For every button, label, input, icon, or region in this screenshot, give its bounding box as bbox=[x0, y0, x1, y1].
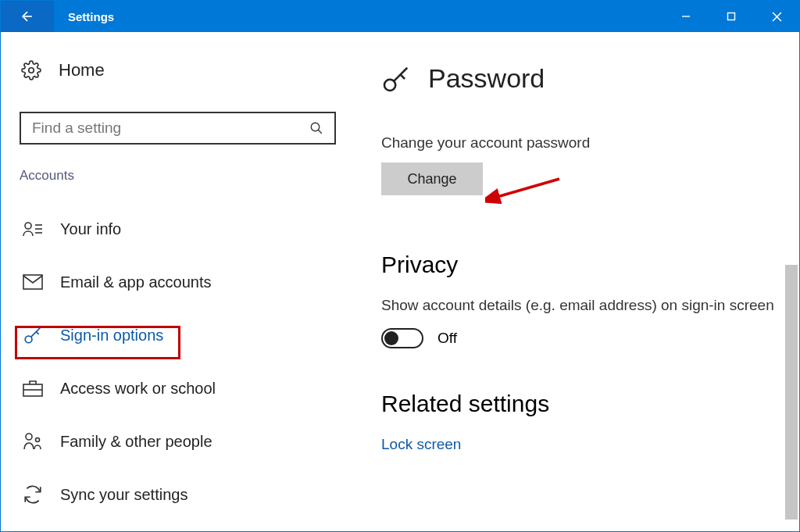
close-icon bbox=[772, 12, 782, 22]
maximize-icon bbox=[727, 12, 736, 21]
privacy-toggle-row: Off bbox=[381, 328, 776, 348]
window-title: Settings bbox=[68, 10, 114, 23]
privacy-toggle-label: Off bbox=[438, 330, 457, 347]
arrow-left-icon bbox=[20, 9, 35, 24]
search-icon bbox=[309, 121, 323, 135]
annotation-arrow bbox=[485, 173, 563, 204]
window-body: Home Accounts Your info Email & app acco… bbox=[1, 32, 799, 531]
mail-icon bbox=[23, 274, 43, 290]
lock-screen-link[interactable]: Lock screen bbox=[381, 436, 776, 453]
content-pane: Password Change your account password Ch… bbox=[355, 32, 799, 531]
privacy-section: Privacy Show account details (e.g. email… bbox=[381, 252, 776, 348]
svg-point-16 bbox=[36, 438, 40, 442]
related-section: Related settings Lock screen bbox=[381, 391, 776, 453]
your-info-label: Your info bbox=[60, 220, 121, 238]
privacy-title: Privacy bbox=[381, 252, 776, 278]
work-label: Access work or school bbox=[60, 380, 216, 398]
sidebar-item-your-info[interactable]: Your info bbox=[20, 210, 336, 248]
people-icon bbox=[23, 432, 43, 451]
password-title: Password bbox=[428, 63, 545, 94]
sidebar-item-family[interactable]: Family & other people bbox=[20, 423, 336, 460]
maximize-button[interactable] bbox=[709, 1, 754, 32]
key-icon bbox=[381, 64, 411, 94]
gear-icon bbox=[21, 60, 41, 80]
sidebar-item-sync[interactable]: Sync your settings bbox=[20, 476, 336, 513]
sync-label: Sync your settings bbox=[60, 486, 188, 504]
title-bar: Settings bbox=[1, 1, 799, 32]
related-title: Related settings bbox=[381, 391, 776, 417]
home-label: Home bbox=[59, 60, 105, 80]
back-button[interactable] bbox=[1, 1, 54, 32]
change-button[interactable]: Change bbox=[381, 162, 483, 195]
close-button[interactable] bbox=[754, 1, 799, 32]
toggle-knob bbox=[384, 331, 398, 345]
privacy-description: Show account details (e.g. email address… bbox=[381, 297, 776, 314]
minimize-button[interactable] bbox=[663, 1, 709, 32]
sidebar-home[interactable]: Home bbox=[20, 60, 336, 80]
email-label: Email & app accounts bbox=[60, 273, 211, 291]
sidebar-item-email[interactable]: Email & app accounts bbox=[20, 263, 336, 301]
window-controls bbox=[663, 1, 799, 32]
sidebar: Home Accounts Your info Email & app acco… bbox=[1, 32, 355, 531]
search-box[interactable] bbox=[20, 112, 336, 145]
minimize-icon bbox=[681, 12, 691, 21]
search-input[interactable] bbox=[32, 120, 298, 137]
sync-icon bbox=[23, 484, 43, 505]
svg-line-6 bbox=[318, 130, 322, 134]
privacy-toggle[interactable] bbox=[381, 328, 423, 348]
svg-line-18 bbox=[495, 179, 559, 198]
annotation-highlight bbox=[15, 326, 180, 359]
svg-rect-1 bbox=[728, 13, 735, 20]
password-heading: Password bbox=[381, 63, 776, 94]
svg-point-5 bbox=[311, 123, 320, 131]
svg-point-7 bbox=[25, 223, 31, 229]
password-description: Change your account password bbox=[381, 134, 776, 152]
sidebar-item-work[interactable]: Access work or school bbox=[20, 370, 336, 407]
briefcase-icon bbox=[23, 380, 43, 397]
section-label: Accounts bbox=[20, 168, 336, 184]
person-card-icon bbox=[23, 220, 43, 237]
scrollbar-thumb[interactable] bbox=[785, 265, 798, 520]
svg-point-4 bbox=[29, 68, 34, 73]
settings-window: Settings Home Accounts bbox=[0, 0, 800, 532]
svg-point-15 bbox=[26, 434, 32, 440]
family-label: Family & other people bbox=[60, 433, 212, 451]
